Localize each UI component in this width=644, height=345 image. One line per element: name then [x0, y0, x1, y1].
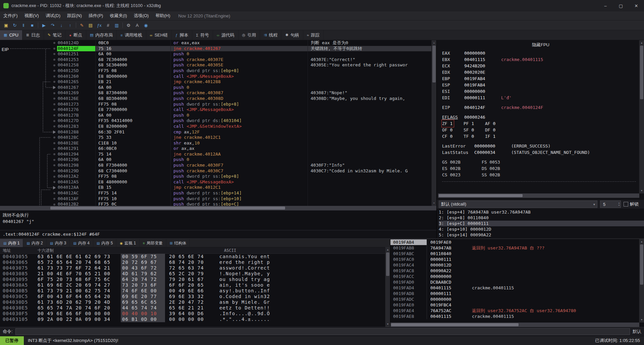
disasm-row[interactable]: 00401288 66:3D 2F01 cmp ax,12F: [0, 129, 436, 135]
stack-row[interactable]: 0019FAB4 0019FAE0: [390, 239, 644, 245]
close-button[interactable]: ✕: [629, 0, 644, 11]
breakpoint-gutter[interactable]: [0, 129, 57, 135]
stack-row[interactable]: 0019FAB8 76A947AB 返回到 user32.76A947AB 自 …: [390, 245, 644, 251]
breakpoint-gutter[interactable]: [0, 96, 57, 102]
breakpoint-gutter[interactable]: [0, 152, 57, 157]
cpu-flag[interactable]: IF 1: [485, 133, 506, 139]
tab-references[interactable]: ◎引用: [238, 30, 260, 40]
disasm-row[interactable]: 00401251 6A 00 push 0: [0, 51, 436, 57]
scrollbar-thumb[interactable]: [640, 244, 643, 285]
memory-map-icon[interactable]: ▥: [113, 21, 121, 29]
call-argument-row[interactable]: 2: [esp+8] 00110840: [439, 215, 644, 221]
breakpoint-gutter[interactable]: [0, 79, 57, 85]
tab-memory-map[interactable]: ▤内存布局: [86, 30, 117, 40]
breakpoint-dot-icon[interactable]: [53, 64, 55, 66]
tab-call-stack[interactable]: ≡调用堆栈: [117, 30, 146, 40]
tab-seh-chain[interactable]: ∞SEH链: [146, 30, 172, 40]
stack-vscrollbar[interactable]: ▴ ▾: [639, 239, 644, 323]
segment-register[interactable]: ES 002B: [442, 165, 482, 172]
call-argument-row[interactable]: 3: [esp+C] 00000111: [439, 221, 644, 226]
disasm-row[interactable]: 00401273 FF75 08 push dword ptr ss:[ebp+…: [0, 102, 436, 107]
menu-plugins[interactable]: 插件(P): [85, 11, 106, 20]
stack-row[interactable]: 0019FAC8 00090A22: [390, 268, 644, 274]
breakpoint-dot-icon[interactable]: [53, 98, 55, 100]
breakpoint-gutter[interactable]: [0, 118, 57, 124]
breakpoint-dot-icon[interactable]: [53, 159, 55, 161]
breakpoint-dot-icon[interactable]: [53, 131, 55, 133]
breakpoint-gutter[interactable]: [0, 74, 57, 79]
breakpoint-dot-icon[interactable]: [53, 81, 55, 83]
menu-debug[interactable]: 调试(D): [42, 11, 64, 20]
tab-cpu[interactable]: ▦CPU: [0, 30, 22, 40]
disasm-row[interactable]: 00401276 E8 77000000 call <JMP.&MessageB…: [0, 107, 436, 113]
registers-vscrollbar[interactable]: ▴ ▾: [639, 40, 644, 193]
step-out-icon[interactable]: ↑: [66, 21, 74, 29]
cpu-flag[interactable]: PF 1: [464, 120, 485, 127]
disasm-row[interactable]: 00401260 E8 8D000000 call <JMP.&MessageB…: [0, 74, 436, 79]
pause-icon[interactable]: ‖: [19, 21, 28, 29]
tab-handles[interactable]: ✱句柄: [281, 30, 303, 40]
font-icon[interactable]: A: [133, 21, 141, 29]
menu-trace[interactable]: 跟踪(N): [64, 11, 85, 20]
calling-convention-select[interactable]: 默认 (stdcall) ▾: [439, 200, 597, 208]
breakpoint-dot-icon[interactable]: [53, 87, 55, 89]
eflags-row[interactable]: EFLAGS 00000246: [442, 114, 639, 120]
register-row[interactable]: EBP 0019FAB4: [442, 75, 639, 82]
tab-watch-1[interactable]: ◉监视 1: [116, 239, 140, 247]
breakpoint-dot-icon[interactable]: [53, 114, 55, 116]
breakpoint-gutter[interactable]: [0, 113, 57, 118]
disasm-row[interactable]: 004012A5 E8 48000000 call <JMP.&MessageB…: [0, 179, 436, 185]
segment-register[interactable]: FS 0053: [482, 159, 521, 165]
cpu-flag[interactable]: TF 0: [464, 133, 485, 139]
segment-register[interactable]: CS 0023: [442, 172, 482, 178]
stack-row[interactable]: 0019FACC 00000000: [390, 274, 644, 279]
tab-memory-4[interactable]: ▤内存 4: [70, 239, 93, 247]
breakpoint-dot-icon[interactable]: [53, 92, 55, 94]
step-into-icon[interactable]: ↓: [57, 21, 65, 29]
breakpoint-dot-icon[interactable]: [53, 142, 55, 144]
breakpoint-dot-icon[interactable]: [53, 53, 55, 55]
breakpoint-gutter[interactable]: [0, 174, 57, 179]
breakpoint-gutter[interactable]: [0, 85, 57, 91]
disasm-row[interactable]: 00401258 68 5E304000 push crackme.40305E…: [0, 62, 436, 68]
stack-row[interactable]: 0019FAD0 DCBAABCD: [390, 279, 644, 285]
breakpoint-dot-icon[interactable]: [53, 176, 55, 178]
stack-row[interactable]: 0019FAD4 00401115 crackme.00401115: [390, 285, 644, 291]
breakpoint-gutter[interactable]: [0, 124, 57, 129]
breakpoint-dot-icon[interactable]: [53, 181, 55, 183]
restart-icon[interactable]: ↻: [11, 21, 19, 29]
info-icon[interactable]: ◉: [142, 21, 150, 29]
breakpoint-dot-icon[interactable]: [53, 75, 55, 77]
segment-register[interactable]: GS 002B: [442, 159, 482, 165]
scroll-down-icon[interactable]: ▾: [432, 201, 436, 205]
stack-row[interactable]: 0019FADC 00000000: [390, 296, 644, 302]
scroll-up-icon[interactable]: ▴: [385, 248, 390, 252]
disasm-row[interactable]: 00401283 E8 82000000 call <JMP.&SetWindo…: [0, 124, 436, 129]
unlock-checkbox[interactable]: 解锁: [624, 201, 639, 207]
cpu-flag[interactable]: CF 0: [442, 133, 464, 139]
tab-notes[interactable]: ✎笔记: [44, 30, 65, 40]
register-row[interactable]: EAX 00000000: [442, 50, 639, 56]
tab-memory-5[interactable]: ▤内存 5: [93, 239, 116, 247]
hash-icon[interactable]: #: [104, 21, 112, 29]
breakpoint-dot-icon[interactable]: [53, 170, 55, 172]
hex-dump-row[interactable]: 00403055 63 61 6E 6E 61 62 69 73 00 59 6…: [0, 254, 390, 260]
breakpoint-dot-icon[interactable]: [53, 192, 55, 194]
stack-hscrollbar[interactable]: [390, 323, 639, 327]
breakpoint-gutter[interactable]: [0, 185, 57, 190]
stack-row[interactable]: 0019FABC 00110840: [390, 251, 644, 256]
stack-row[interactable]: 0019FAE4 76A752AC 返回到 user32.76A752AC 自 …: [390, 308, 644, 313]
disasm-row[interactable]: 0040126E 68 8D304000 push crackme.40308D…: [0, 96, 436, 102]
call-argument-row[interactable]: 5: [esp+14] 00090A22: [439, 232, 644, 238]
tab-memory-2[interactable]: ▤内存 2: [23, 239, 46, 247]
tab-struct[interactable]: ⊞结构体: [166, 239, 190, 247]
breakpoint-dot-icon[interactable]: [53, 120, 55, 122]
register-row[interactable]: ESI 00000000: [442, 88, 639, 95]
registers-hscrollbar[interactable]: [438, 193, 639, 198]
hex-dump-row[interactable]: 004030A5 61 69 6E 2C 20 69 74 27 73 20 7…: [0, 282, 390, 288]
register-row[interactable]: ECX 9424B2D0: [442, 63, 639, 69]
patch-icon[interactable]: ✎: [78, 21, 86, 29]
breakpoint-gutter[interactable]: [0, 57, 57, 63]
disasm-row[interactable]: 00401296 6A 00 push 0: [0, 157, 436, 163]
tab-log[interactable]: ≣日志: [22, 30, 44, 40]
